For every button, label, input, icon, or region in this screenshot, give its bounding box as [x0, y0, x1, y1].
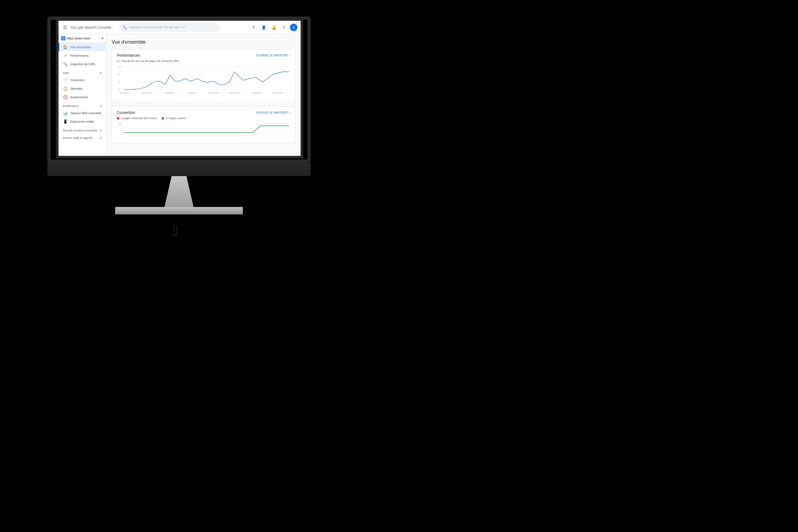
topbar-actions: ? 👤 🔔 ⠿ a [249, 23, 298, 32]
monitor-stand-neck [165, 175, 194, 208]
sidebar-label-coverage: Couverture [70, 78, 84, 82]
svg-text:08/02/2021: 08/02/2021 [119, 92, 129, 94]
performances-chart-svg: 12 8 4 0 [117, 65, 290, 98]
coverage-errors-text: 0 pages contenant des erreurs [121, 117, 157, 120]
sidebar-label-sitemaps: Sitemaps [70, 87, 82, 90]
coverage-card-header: Couverture OUVRIR LE RAPPORT › [112, 107, 295, 117]
anciens-outils-section-header[interactable]: Anciens outils et rapports ∨ [58, 133, 106, 141]
svg-text:08/03/2021: 08/03/2021 [273, 92, 283, 94]
search-bar[interactable]: 🔍 Inspecter n'importe quelle URL de 'htt… [119, 23, 220, 32]
svg-text:04/03/2021: 04/03/2021 [252, 92, 262, 94]
coverage-action-label: OUVRIR LE RAPPORT [256, 111, 288, 114]
document-icon: 📄 [63, 78, 68, 82]
svg-text:16/02/2021: 16/02/2021 [165, 92, 175, 94]
coverage-open-report-button[interactable]: OUVRIR LE RAPPORT › [256, 111, 290, 114]
search-icon: 🔍 [122, 25, 127, 30]
search-placeholder: Inspecter n'importe quelle URL de 'http … [129, 25, 185, 29]
anciens-outils-chevron-icon: ∨ [99, 136, 102, 140]
performances-card-header: Performances OUVRIR LE RAPPORT › [112, 50, 295, 60]
chevron-right-icon: › [289, 54, 290, 57]
sidebar-label-performances: Performances [70, 54, 88, 57]
app-logo: Google Search Console [71, 25, 111, 30]
topbar: ☰ Google Search Console 🔍 Inspecter n'im… [58, 21, 301, 34]
property-url: https://www.//wwe [67, 37, 100, 40]
performances-legend: Total de 96 clics sur les pages de reche… [112, 60, 295, 65]
property-favicon: C [61, 36, 65, 40]
sidebar: C https://www.//wwe ▾ 🏠 Vue d'ensemble ↗… [58, 34, 107, 156]
ameliorations-section-title: Améliorations [63, 104, 79, 108]
mobile-icon: 📱 [63, 119, 68, 124]
svg-text:30: 30 [119, 124, 121, 126]
performances-card-title: Performances [117, 53, 140, 57]
help-icon: ? [252, 25, 255, 30]
sidebar-item-coverage[interactable]: 📄 Couverture [58, 76, 106, 84]
hamburger-icon[interactable]: ☰ [62, 23, 68, 32]
sidebar-item-web-vitals[interactable]: 📊 Signaux Web essentiels [58, 109, 106, 117]
sidebar-item-overview[interactable]: 🏠 Vue d'ensemble [58, 43, 106, 51]
grid-icon: ⠿ [283, 25, 285, 30]
sidebar-item-suppressions[interactable]: 🚫 Suppressions [58, 93, 106, 101]
coverage-legend-valid: 27 pages valides [162, 117, 186, 120]
svg-text:8: 8 [119, 73, 120, 76]
performances-card: Performances OUVRIR LE RAPPORT › Total d… [112, 49, 295, 102]
performances-legend-text: Total de 96 clics sur les pages de reche… [121, 60, 179, 62]
sidebar-label-web-vitals: Signaux Web essentiels [70, 111, 101, 115]
sidebar-label-mobile: Ergonomie mobile [70, 120, 94, 123]
performances-chart: 12 8 4 0 [112, 65, 295, 102]
svg-text:0: 0 [119, 88, 120, 91]
index-section-header[interactable]: Index ∧ [58, 68, 106, 76]
sidebar-label-overview: Vue d'ensemble [70, 45, 91, 49]
svg-text:20/02/2021: 20/02/2021 [187, 92, 197, 94]
performances-legend-dot [117, 61, 119, 61]
coverage-card-title: Couverture [117, 110, 135, 115]
sidebar-label-url-inspection: Inspection de l'URL [70, 62, 95, 66]
sidebar-item-performances[interactable]: ↗ Performances [58, 51, 106, 60]
google-logo-text: Google [71, 25, 83, 30]
anciens-outils-section-title: Anciens outils et rapports [63, 136, 93, 139]
coverage-card: Couverture OUVRIR LE RAPPORT › 0 pages c… [112, 107, 295, 144]
search-console-text: Search Console [84, 25, 111, 30]
bell-icon: 🔔 [271, 25, 276, 30]
sidebar-item-sitemaps[interactable]: 📋 Sitemaps [58, 84, 106, 93]
sitemap-icon: 📋 [63, 87, 68, 91]
search-icon: 🔍 [63, 62, 68, 66]
page-title: Vue d'ensemble [112, 39, 295, 45]
performances-open-report-button[interactable]: OUVRIR LE RAPPORT › [256, 54, 290, 57]
error-legend-dot [117, 117, 119, 120]
performances-action-label: OUVRIR LE RAPPORT [256, 54, 288, 57]
coverage-valid-text: 27 pages valides [166, 117, 186, 120]
accounts-button[interactable]: 👤 [260, 23, 268, 32]
coverage-chart-svg: 30 [117, 122, 290, 142]
ameliorations-section-header[interactable]: Améliorations ∧ [58, 101, 106, 109]
securite-chevron-icon: ∨ [99, 129, 102, 132]
securite-section-header[interactable]: Sécurité et actions manuelles ∨ [58, 126, 106, 133]
apps-button[interactable]: ⠿ [280, 23, 288, 32]
property-selector[interactable]: C https://www.//wwe ▾ [58, 34, 106, 43]
dropdown-icon: ▾ [101, 36, 103, 40]
svg-text:12: 12 [119, 65, 121, 68]
sidebar-label-suppressions: Suppressions [70, 95, 88, 99]
trending-up-icon: ↗ [63, 54, 68, 58]
coverage-chevron-right-icon: › [289, 111, 290, 114]
main-content: Vue d'ensemble Performances OUVRIR LE RA… [107, 34, 301, 156]
valid-legend-dot [162, 117, 164, 120]
svg-text:24/02/2021: 24/02/2021 [209, 92, 218, 94]
svg-text:4: 4 [119, 81, 120, 83]
suppressions-icon: 🚫 [63, 95, 68, 99]
svg-text:28/02/2021: 28/02/2021 [230, 92, 240, 94]
index-chevron-icon: ∧ [99, 71, 102, 75]
main-layout: C https://www.//wwe ▾ 🏠 Vue d'ensemble ↗… [58, 34, 301, 156]
sidebar-item-mobile[interactable]: 📱 Ergonomie mobile [58, 117, 106, 126]
coverage-chart: 30 [112, 122, 295, 143]
coverage-legend: 0 pages contenant des erreurs 27 pages v… [112, 117, 295, 122]
home-icon: 🏠 [63, 45, 68, 49]
index-section-title: Index [63, 72, 69, 75]
sidebar-item-url-inspection[interactable]: 🔍 Inspection de l'URL [58, 60, 106, 68]
coverage-legend-errors: 0 pages contenant des erreurs [117, 117, 157, 120]
ameliorations-chevron-icon: ∧ [99, 104, 102, 108]
help-button[interactable]: ? [249, 23, 258, 32]
securite-section-title: Sécurité et actions manuelles [63, 129, 98, 132]
notifications-button[interactable]: 🔔 [270, 23, 278, 32]
apple-logo:  [173, 223, 178, 239]
user-avatar[interactable]: a [290, 24, 298, 31]
